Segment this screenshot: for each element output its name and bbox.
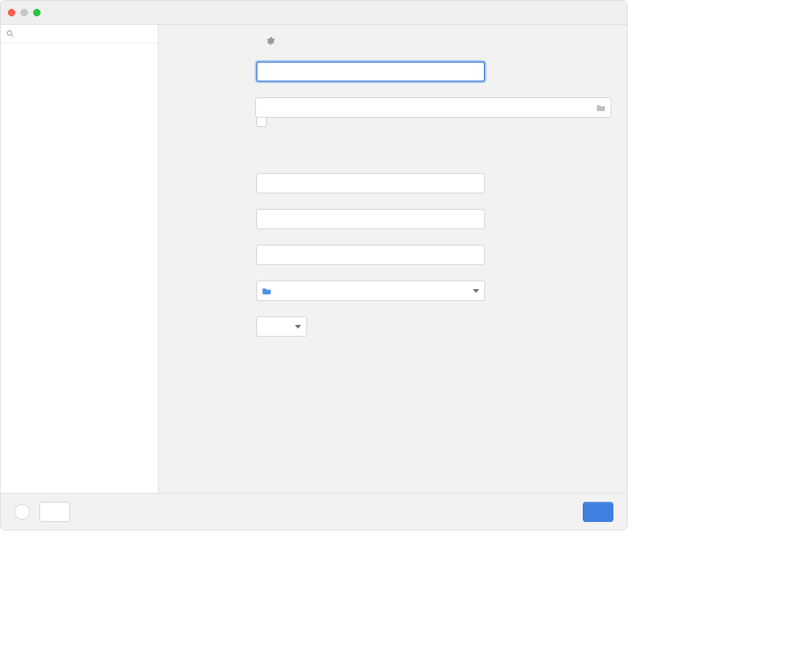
window-controls [8, 9, 41, 16]
artifact-field[interactable] [256, 209, 485, 229]
close-window-button[interactable] [8, 9, 15, 16]
open-folder-icon[interactable] [597, 104, 606, 111]
sidebar [1, 25, 158, 493]
sidebar-generators-header [1, 48, 158, 63]
next-button[interactable] [583, 502, 613, 522]
svg-line-1 [11, 35, 13, 36]
form-pane [158, 25, 627, 493]
sidebar-list [1, 43, 158, 63]
minimize-window-button[interactable] [21, 9, 28, 16]
chevron-down-icon [295, 325, 301, 329]
jdk-folder-icon [262, 287, 272, 294]
sidebar-search[interactable] [1, 25, 158, 43]
sidebar-search-input[interactable] [18, 29, 153, 38]
name-field[interactable] [256, 62, 485, 82]
gear-icon[interactable] [266, 36, 275, 46]
jdk-select[interactable] [256, 281, 485, 301]
group-field[interactable] [256, 173, 485, 193]
help-button[interactable] [14, 504, 30, 520]
package-name-field[interactable] [256, 245, 485, 265]
location-field[interactable] [255, 97, 611, 117]
footer [1, 493, 627, 530]
svg-point-0 [7, 31, 12, 35]
window-titlebar [1, 1, 627, 25]
cancel-button[interactable] [39, 502, 70, 522]
chevron-down-icon [473, 289, 479, 293]
search-icon [6, 29, 15, 38]
create-git-checkbox[interactable] [256, 116, 267, 127]
maximize-window-button[interactable] [33, 9, 41, 16]
java-select[interactable] [256, 317, 307, 337]
